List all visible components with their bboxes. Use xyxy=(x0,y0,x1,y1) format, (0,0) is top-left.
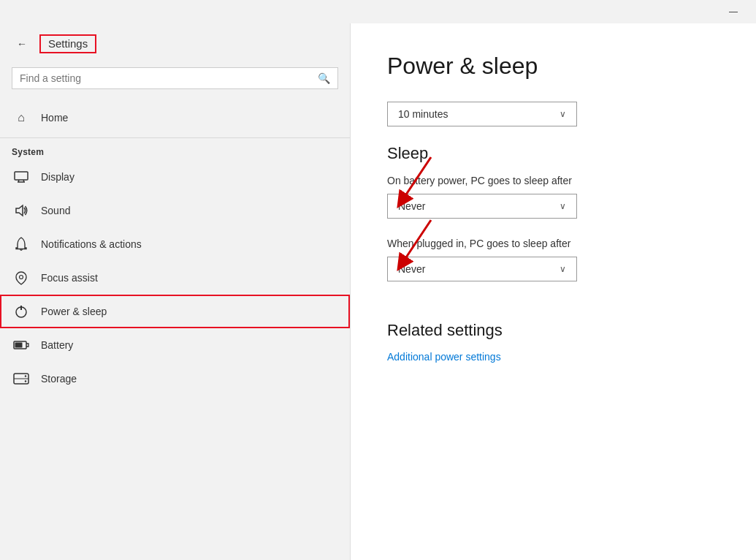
sidebar: ← Settings 🔍 ⌂ Home System xyxy=(0,23,351,560)
svg-point-13 xyxy=(25,380,26,382)
battery-sleep-value: Never xyxy=(398,200,425,212)
sidebar-header: ← Settings xyxy=(0,23,350,64)
settings-title: Settings xyxy=(48,37,88,50)
search-box[interactable]: 🔍 xyxy=(12,67,338,89)
svg-point-12 xyxy=(25,375,26,377)
sidebar-item-storage[interactable]: Storage xyxy=(0,362,350,396)
search-icon[interactable]: 🔍 xyxy=(318,72,330,84)
display-icon xyxy=(13,169,29,185)
svg-rect-0 xyxy=(15,172,28,180)
focus-icon xyxy=(13,270,29,286)
page-title: Power & sleep xyxy=(387,53,719,80)
plugin-sleep-section: When plugged in, PC goes to sleep after … xyxy=(387,238,719,299)
sidebar-item-home[interactable]: ⌂ Home xyxy=(0,101,350,135)
sidebar-item-display[interactable]: Display xyxy=(0,160,350,194)
main-layout: ← Settings 🔍 ⌂ Home System xyxy=(0,23,756,560)
plugin-sleep-value: Never xyxy=(398,263,425,275)
sidebar-item-sound[interactable]: Sound xyxy=(0,194,350,227)
plugin-sleep-label: When plugged in, PC goes to sleep after xyxy=(387,238,719,249)
sidebar-label-battery: Battery xyxy=(41,339,73,351)
screen-timeout-dropdown[interactable]: 10 minutes ∨ xyxy=(387,102,577,126)
notifications-icon xyxy=(13,236,29,252)
sidebar-label-storage: Storage xyxy=(41,373,77,385)
battery-sleep-section: On battery power, PC goes to sleep after… xyxy=(387,175,719,226)
sidebar-label-power: Power & sleep xyxy=(41,306,107,317)
system-section-label: System xyxy=(0,141,350,160)
sidebar-label-display: Display xyxy=(41,171,75,183)
back-button[interactable]: ← xyxy=(12,34,32,54)
home-icon: ⌂ xyxy=(13,110,29,126)
sidebar-item-battery[interactable]: Battery xyxy=(0,328,350,362)
sidebar-label-sound: Sound xyxy=(41,205,70,216)
additional-power-settings-link[interactable]: Additional power settings xyxy=(387,351,501,363)
search-input[interactable] xyxy=(20,72,318,84)
sleep-section-title: Sleep xyxy=(387,144,719,163)
power-icon xyxy=(13,303,29,319)
screen-dropdown-arrow: ∨ xyxy=(560,109,566,119)
related-settings-title: Related settings xyxy=(387,321,719,340)
content-area: Power & sleep 10 minutes ∨ Sleep On batt… xyxy=(351,23,756,560)
minimize-button[interactable]: — xyxy=(717,0,750,23)
svg-marker-4 xyxy=(16,205,23,216)
screen-section: 10 minutes ∨ xyxy=(387,102,719,126)
plugin-sleep-arrow: ∨ xyxy=(560,264,566,274)
screen-dropdown-value: 10 minutes xyxy=(398,108,448,120)
storage-icon xyxy=(13,371,29,387)
sidebar-divider-1 xyxy=(0,137,350,138)
sidebar-label-home: Home xyxy=(41,112,68,124)
sidebar-item-notifications[interactable]: Notifications & actions xyxy=(0,227,350,261)
sidebar-label-focus: Focus assist xyxy=(41,272,98,284)
sidebar-item-focus[interactable]: Focus assist xyxy=(0,261,350,295)
battery-icon xyxy=(13,337,29,353)
battery-sleep-arrow: ∨ xyxy=(560,201,566,211)
settings-title-box: Settings xyxy=(39,34,96,53)
battery-sleep-label: On battery power, PC goes to sleep after xyxy=(387,175,719,186)
svg-rect-9 xyxy=(15,343,23,348)
svg-point-5 xyxy=(20,276,23,279)
battery-sleep-dropdown[interactable]: Never ∨ xyxy=(387,194,577,219)
plugin-sleep-dropdown[interactable]: Never ∨ xyxy=(387,257,577,281)
titlebar: — xyxy=(0,0,756,23)
sidebar-item-power[interactable]: Power & sleep xyxy=(0,295,350,328)
sidebar-label-notifications: Notifications & actions xyxy=(41,238,142,250)
sound-icon xyxy=(13,203,29,219)
